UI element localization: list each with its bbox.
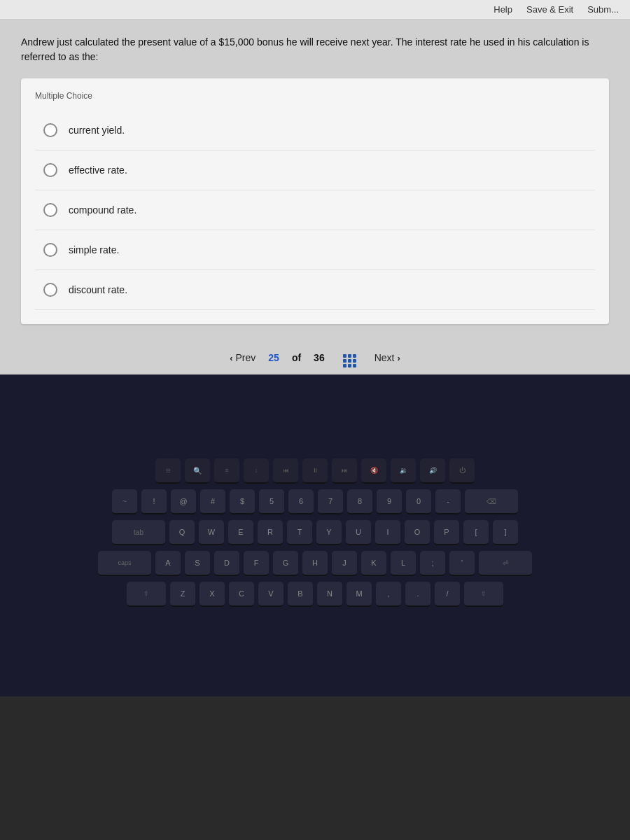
key-1: ! [141,489,167,514]
key-s: S [185,551,210,576]
radio-e[interactable] [43,283,57,297]
key-f: F [244,551,269,576]
keyboard-row-3: tab Q W E R T Y U I O P [ ] [112,520,518,545]
key-k: K [361,551,386,576]
key-c: C [229,582,254,607]
key-minus: - [435,489,461,514]
question-type-label: Multiple Choice [35,91,595,101]
key-power: ⏻ [449,458,475,484]
navigation-bar: ‹ Prev 25 of 36 Next › [0,335,630,374]
question-text: Andrew just calculated the present value… [21,35,609,64]
option-b[interactable]: effective rate. [35,150,595,190]
page-total: 36 [314,352,325,363]
key-f5: ⏮ [273,458,298,484]
key-h: H [302,551,328,576]
key-bracket-open: [ [463,520,489,545]
radio-b[interactable] [43,163,57,177]
key-bracket-close: ] [493,520,518,545]
submit-button[interactable]: Subm... [587,4,619,15]
key-quote: ' [449,551,475,576]
key-tab: tab [112,520,165,545]
key-f9: 🔉 [391,458,416,484]
key-slash: / [435,582,460,607]
key-m: M [346,582,372,607]
key-6: 6 [288,489,314,514]
option-b-text: effective rate. [69,164,127,176]
option-a-text: current yield. [69,125,125,136]
key-b: B [288,582,313,607]
key-v: V [258,582,284,607]
option-e[interactable]: discount rate. [35,270,595,310]
next-button[interactable]: Next › [374,352,400,363]
top-bar: Help Save & Exit Subm... [0,0,630,20]
prev-chevron-icon: ‹ [230,353,232,363]
key-y: Y [316,520,342,545]
key-u: U [346,520,371,545]
keyboard-row-4: caps A S D F G H J K L ; ' ⏎ [98,551,532,576]
option-d[interactable]: simple rate. [35,230,595,270]
key-semicolon: ; [420,551,445,576]
option-a[interactable]: current yield. [35,111,595,150]
key-search: 🔍 [185,458,210,484]
key-t: T [287,520,312,545]
key-x: X [200,582,225,607]
key-i: I [375,520,400,545]
key-f8: 🔇 [361,458,386,484]
answer-card: Multiple Choice current yield. effective… [21,78,609,324]
key-f10: 🔊 [420,458,445,484]
key-comma: , [376,582,401,607]
keyboard-area: ⊟ 🔍 ≡ ↕ ⏮ ⏸ ⏭ 🔇 🔉 🔊 ⏻ ~ ! @ # $ 5 6 7 8 … [0,374,630,696]
option-c[interactable]: compound rate. [35,190,595,230]
key-p: P [434,520,459,545]
key-r: R [258,520,283,545]
key-period: . [405,582,430,607]
key-d: D [214,551,239,576]
key-esc: ⊟ [155,458,181,484]
keyboard-row-1: ⊟ 🔍 ≡ ↕ ⏮ ⏸ ⏭ 🔇 🔉 🔊 ⏻ [155,458,475,484]
key-shift-l: ⇧ [127,582,166,607]
option-c-text: compound rate. [69,204,136,216]
key-a: A [155,551,181,576]
radio-a[interactable] [43,123,57,137]
key-f7: ⏭ [332,458,357,484]
prev-button[interactable]: ‹ Prev [230,352,255,363]
key-caps: caps [98,551,151,576]
key-n: N [317,582,342,607]
content-area: Andrew just calculated the present value… [0,20,630,335]
radio-c[interactable] [43,203,57,217]
key-enter: ⏎ [479,551,532,576]
key-9: 9 [377,489,402,514]
key-f3: ≡ [214,458,239,484]
key-f6: ⏸ [302,458,328,484]
next-label: Next [374,352,395,363]
key-5: 5 [259,489,284,514]
key-3: # [200,489,225,514]
next-chevron-icon: › [397,353,400,363]
keyboard-row-2: ~ ! @ # $ 5 6 7 8 9 0 - ⌫ [112,489,518,514]
key-2: @ [171,489,196,514]
key-8: 8 [347,489,372,514]
key-tilde: ~ [112,489,137,514]
key-l: L [391,551,416,576]
key-e: E [228,520,253,545]
key-q: Q [169,520,195,545]
page-current: 25 [268,352,279,363]
key-0: 0 [406,489,431,514]
radio-d[interactable] [43,243,57,257]
key-z: Z [170,582,195,607]
key-7: 7 [318,489,343,514]
key-shift-r: ⇧ [464,582,503,607]
key-g: G [273,551,298,576]
option-e-text: discount rate. [69,284,127,295]
page-of: of [292,352,301,363]
key-o: O [405,520,430,545]
grid-icon[interactable] [340,348,359,368]
key-f4: ↕ [244,458,269,484]
help-button[interactable]: Help [493,4,512,15]
save-exit-button[interactable]: Save & Exit [526,4,573,15]
key-4: $ [230,489,255,514]
key-backspace: ⌫ [465,489,518,514]
option-d-text: simple rate. [69,244,119,255]
key-w: W [199,520,224,545]
keyboard-row-5: ⇧ Z X C V B N M , . / ⇧ [127,582,503,607]
